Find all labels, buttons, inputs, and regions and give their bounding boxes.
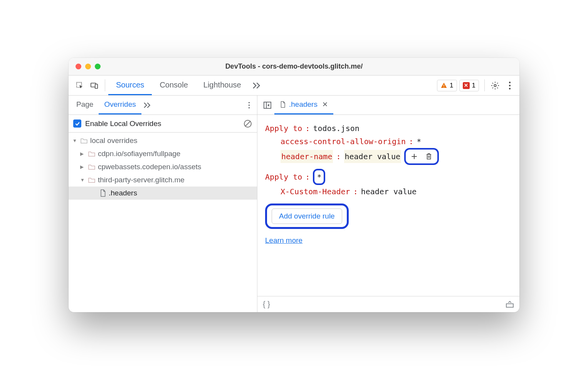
minimize-window-button[interactable]: [85, 64, 91, 69]
svg-point-11: [248, 107, 249, 108]
enable-overrides-row: Enable Local Overrides: [69, 115, 257, 133]
more-tabs-icon[interactable]: [249, 76, 265, 95]
header-name[interactable]: access-control-allow-origin: [281, 135, 406, 148]
issues-badges: 1 ✕ 1: [437, 76, 481, 95]
editor-footer: { }: [257, 296, 519, 312]
chevron-right-icon: ▶: [80, 151, 86, 156]
svg-rect-4: [444, 87, 444, 87]
tree-file-selected[interactable]: .headers: [69, 187, 257, 200]
highlight-ring: [404, 148, 439, 165]
tab-sources[interactable]: Sources: [108, 76, 152, 95]
navigator-panel: Page Overrides Enable Local Overrides: [69, 96, 257, 312]
warnings-badge[interactable]: 1: [437, 80, 457, 91]
header-name[interactable]: header-name: [281, 150, 333, 163]
traffic-lights: [69, 64, 101, 69]
separator: [484, 79, 485, 91]
format-code-icon[interactable]: { }: [263, 300, 270, 309]
tree-item-label: cpwebassets.codepen.io/assets: [98, 163, 201, 171]
folder-icon: [88, 177, 96, 183]
apply-to-label: Apply to: [265, 122, 302, 135]
add-override-rule-button[interactable]: Add override rule: [272, 209, 342, 224]
apply-to-line: Apply to: todos.json: [265, 122, 512, 135]
svg-point-5: [494, 84, 496, 87]
add-header-icon[interactable]: [409, 151, 420, 162]
titlebar: DevTools - cors-demo-devtools.glitch.me/: [69, 58, 519, 76]
file-tree: ▼ local overrides ▶ cdpn.io/sofiayem/ful…: [69, 133, 257, 312]
tree-item[interactable]: ▶ cpwebassets.codepen.io/assets: [69, 160, 257, 173]
errors-badge[interactable]: ✕ 1: [459, 80, 479, 91]
close-tab-icon[interactable]: ✕: [322, 100, 328, 109]
main-toolbar: Sources Console Lighthouse 1 ✕ 1: [69, 76, 519, 96]
apply-to-line: Apply to: *: [265, 169, 512, 185]
folder-icon: [88, 164, 96, 170]
editor-tab-label: .headers: [289, 100, 318, 109]
svg-point-6: [509, 81, 511, 83]
editor-content[interactable]: Apply to: todos.json access-control-allo…: [257, 115, 519, 296]
chevron-down-icon: ▼: [72, 138, 78, 143]
svg-rect-3: [444, 84, 444, 86]
header-value[interactable]: *: [417, 135, 421, 148]
apply-to-value[interactable]: todos.json: [313, 122, 359, 135]
file-icon: [99, 189, 106, 197]
subtab-page[interactable]: Page: [71, 96, 99, 114]
highlight-ring: *: [313, 169, 325, 185]
tab-lighthouse[interactable]: Lighthouse: [196, 76, 249, 95]
tree-item[interactable]: ▶ cdpn.io/sofiayem/fullpage: [69, 147, 257, 160]
zoom-window-button[interactable]: [95, 64, 101, 69]
svg-point-8: [509, 87, 511, 89]
header-line: access-control-allow-origin: *: [265, 135, 512, 148]
svg-line-13: [245, 121, 250, 126]
error-count: 1: [472, 82, 475, 89]
inspect-element-icon[interactable]: [72, 76, 87, 95]
apply-to-value[interactable]: *: [317, 172, 321, 182]
svg-point-10: [248, 104, 249, 106]
tree-item-label: cdpn.io/sofiayem/fullpage: [98, 150, 180, 158]
close-window-button[interactable]: [76, 64, 81, 69]
tree-item[interactable]: ▼ third-party-server.glitch.me: [69, 173, 257, 187]
header-line: X-Custom-Header: header value: [265, 185, 512, 198]
window-title: DevTools - cors-demo-devtools.glitch.me/: [69, 62, 519, 71]
more-subtabs-icon[interactable]: [141, 96, 154, 114]
chevron-right-icon: ▶: [80, 164, 86, 170]
more-menu-icon[interactable]: [502, 76, 517, 95]
tree-root-label: local overrides: [90, 136, 138, 145]
device-toolbar-icon[interactable]: [87, 76, 102, 95]
subtab-overrides[interactable]: Overrides: [99, 96, 141, 114]
delete-header-icon[interactable]: [423, 151, 434, 162]
tab-console[interactable]: Console: [152, 76, 195, 95]
header-value[interactable]: header value: [361, 185, 417, 198]
chevron-down-icon: ▼: [80, 177, 86, 183]
learn-more-link[interactable]: Learn more: [265, 234, 302, 247]
enable-overrides-label: Enable Local Overrides: [85, 119, 161, 128]
apply-to-label: Apply to: [265, 170, 302, 183]
editor-tabbar: .headers ✕: [257, 96, 519, 115]
main-tabs: Sources Console Lighthouse: [108, 76, 265, 95]
tree-file-label: .headers: [109, 189, 137, 197]
svg-rect-2: [95, 84, 97, 88]
warning-icon: [440, 82, 447, 89]
file-icon: [280, 101, 286, 108]
navigator-subtabs: Page Overrides: [69, 96, 257, 115]
header-value[interactable]: header value: [344, 150, 402, 163]
separator: [105, 79, 105, 91]
settings-icon[interactable]: [488, 76, 502, 95]
enable-overrides-checkbox[interactable]: [73, 119, 81, 128]
svg-point-9: [248, 102, 249, 103]
warning-count: 1: [450, 82, 453, 89]
editor-tab-headers[interactable]: .headers ✕: [274, 96, 333, 114]
drawer-toggle-icon[interactable]: [506, 301, 514, 308]
header-line: header-name: header value: [265, 148, 512, 165]
highlight-ring: Add override rule: [265, 204, 349, 229]
navigator-more-icon[interactable]: [243, 96, 255, 114]
devtools-window: DevTools - cors-demo-devtools.glitch.me/…: [69, 58, 519, 312]
svg-point-7: [509, 84, 511, 86]
folder-icon: [80, 138, 88, 144]
tree-root[interactable]: ▼ local overrides: [69, 134, 257, 147]
header-name[interactable]: X-Custom-Header: [281, 185, 350, 198]
clear-overrides-icon[interactable]: [243, 119, 252, 128]
toggle-navigator-icon[interactable]: [260, 96, 274, 114]
error-icon: ✕: [463, 82, 470, 89]
svg-rect-18: [506, 304, 513, 307]
folder-icon: [88, 151, 96, 157]
tree-item-label: third-party-server.glitch.me: [98, 176, 185, 184]
